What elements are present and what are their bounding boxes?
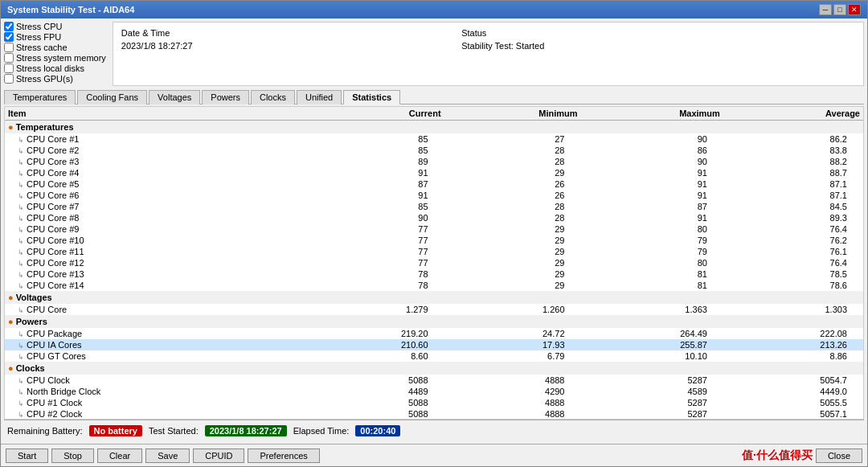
test-started-label: Test Started: [149, 426, 199, 436]
info-datetime: 2023/1/8 18:27:27 [121, 40, 460, 51]
row-minimum: 29 [444, 235, 581, 246]
stop-button[interactable]: Stop [51, 449, 94, 463]
table-row: ↳ CPU Core #1077297976.2 [5, 235, 863, 246]
row-average: 87.1 [723, 178, 863, 190]
row-item: ↳ CPU IA Cores [5, 339, 305, 350]
minimize-button[interactable]: ─ [819, 4, 832, 15]
row-current: 4489 [305, 386, 444, 397]
stress-gpu-row: Stress GPU(s) [4, 74, 106, 84]
row-minimum: 28 [444, 145, 581, 156]
row-item: ↳ CPU Core #12 [5, 257, 305, 268]
table-row: ↳ CPU Core #185279086.2 [5, 133, 863, 145]
section-header-row: ●Voltages [5, 291, 863, 304]
row-minimum: 26 [444, 178, 581, 190]
row-current: 5088 [305, 408, 444, 420]
tab-clocks[interactable]: Clocks [251, 90, 295, 104]
table-row: ↳ CPU #1 Clock5088488852875055.5 [5, 397, 863, 408]
table-row: ↳ CPU Core #890289189.3 [5, 212, 863, 223]
row-item: ↳ CPU Core [5, 304, 305, 315]
stress-disks-checkbox[interactable] [4, 63, 14, 73]
row-minimum: 29 [444, 268, 581, 280]
row-maximum: 80 [581, 223, 723, 235]
row-item: ↳ CPU Core #13 [5, 268, 305, 280]
info-col-status: Status [461, 27, 855, 39]
row-current: 77 [305, 257, 444, 268]
row-average: 83.8 [723, 145, 863, 156]
row-average: 88.7 [723, 167, 863, 178]
row-item: ↳ CPU Core #8 [5, 212, 305, 223]
tab-statistics[interactable]: Statistics [343, 90, 400, 104]
preferences-button[interactable]: Preferences [248, 449, 319, 463]
test-started-value: 2023/1/8 18:27:27 [205, 425, 287, 436]
stress-cpu-checkbox[interactable] [4, 22, 14, 31]
clear-button[interactable]: Clear [97, 449, 142, 463]
stress-memory-checkbox[interactable] [4, 53, 14, 63]
row-current: 90 [305, 212, 444, 223]
stress-cache-checkbox[interactable] [4, 43, 14, 52]
data-table-container[interactable]: Item Current Minimum Maximum Average ●Te… [4, 106, 864, 420]
stress-disks-label: Stress local disks [16, 63, 84, 73]
row-item: ↳ CPU Core #14 [5, 280, 305, 291]
table-row: ↳ CPU Core #285288683.8 [5, 145, 863, 156]
cpuid-button[interactable]: CPUID [193, 449, 244, 463]
info-panel: Date & Time Status 2023/1/8 18:27:27 Sta… [113, 22, 864, 86]
close-button[interactable]: Close [816, 449, 862, 463]
row-item: ↳ North Bridge Clock [5, 386, 305, 397]
tab-voltages[interactable]: Voltages [149, 90, 200, 104]
window-controls: ─ □ ✕ [819, 4, 861, 15]
table-row: ↳ CPU IA Cores210.6017.93255.87213.26 [5, 339, 863, 350]
stress-cpu-row: Stress CPU [4, 22, 106, 31]
row-current: 78 [305, 280, 444, 291]
col-average: Average [723, 107, 863, 121]
row-maximum: 255.87 [581, 339, 723, 350]
tab-unified[interactable]: Unified [297, 90, 342, 104]
table-header-row: Item Current Minimum Maximum Average [5, 107, 863, 121]
row-item: ↳ CPU Core #5 [5, 178, 305, 190]
row-maximum: 264.49 [581, 328, 723, 339]
row-item: ↳ CPU Core #7 [5, 201, 305, 212]
row-minimum: 28 [444, 201, 581, 212]
stress-fpu-label: Stress FPU [16, 32, 61, 42]
tab-powers[interactable]: Powers [202, 90, 249, 104]
row-current: 78 [305, 268, 444, 280]
tab-cooling-fans[interactable]: Cooling Fans [77, 90, 147, 104]
save-button[interactable]: Save [145, 449, 190, 463]
row-maximum: 90 [581, 156, 723, 167]
table-body: ●Temperatures↳ CPU Core #185279086.2↳ CP… [5, 121, 863, 420]
watermark: 值·什么值得买 [742, 449, 813, 463]
stress-fpu-row: Stress FPU [4, 32, 106, 42]
window-title: System Stability Test - AIDA64 [7, 5, 134, 14]
close-button[interactable]: ✕ [848, 4, 861, 15]
title-bar: System Stability Test - AIDA64 ─ □ ✕ [1, 1, 867, 18]
stress-gpu-checkbox[interactable] [4, 74, 14, 84]
row-current: 210.60 [305, 339, 444, 350]
row-average: 89.3 [723, 212, 863, 223]
row-current: 85 [305, 145, 444, 156]
section-header-cell: ●Voltages [5, 291, 863, 304]
table-row: ↳ CPU Core1.2791.2601.3631.303 [5, 304, 863, 315]
row-minimum: 17.93 [444, 339, 581, 350]
row-item: ↳ CPU Core #10 [5, 235, 305, 246]
start-button[interactable]: Start [6, 449, 48, 463]
row-item: ↳ CPU Core #2 [5, 145, 305, 156]
row-current: 77 [305, 246, 444, 257]
col-minimum: Minimum [444, 107, 581, 121]
elapsed-label: Elapsed Time: [293, 426, 350, 436]
row-average: 76.4 [723, 223, 863, 235]
row-minimum: 4888 [444, 375, 581, 386]
row-current: 5088 [305, 375, 444, 386]
stress-disks-row: Stress local disks [4, 63, 106, 73]
row-current: 8.60 [305, 350, 444, 362]
row-minimum: 26 [444, 190, 581, 201]
row-current: 77 [305, 223, 444, 235]
stress-fpu-checkbox[interactable] [4, 32, 14, 42]
row-average: 4449.0 [723, 386, 863, 397]
tab-temperatures[interactable]: Temperatures [4, 90, 76, 104]
table-row: ↳ CPU Core #785288784.5 [5, 201, 863, 212]
section-header-cell: ●Clocks [5, 362, 863, 375]
stress-gpu-label: Stress GPU(s) [16, 74, 73, 84]
maximize-button[interactable]: □ [833, 4, 846, 15]
row-average: 78.5 [723, 268, 863, 280]
row-item: ↳ CPU Core #4 [5, 167, 305, 178]
row-maximum: 87 [581, 201, 723, 212]
